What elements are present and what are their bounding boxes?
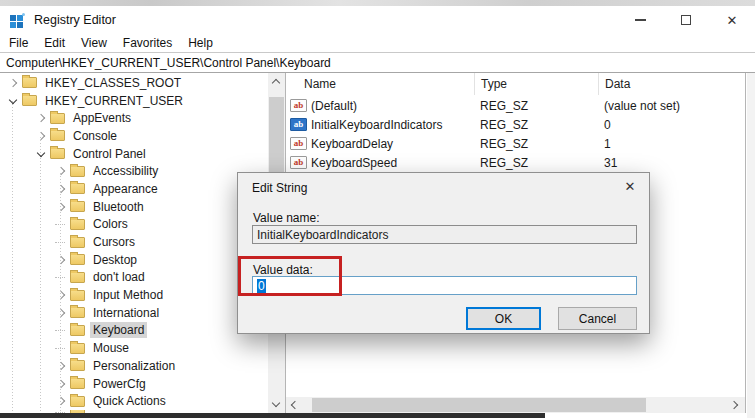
tree-item-control-panel[interactable]: Control Panel: [0, 145, 268, 163]
chevron-right-icon[interactable]: [54, 306, 68, 320]
value-row-initialkeyboardindicators[interactable]: abInitialKeyboardIndicators REG_SZ 0: [286, 115, 745, 134]
chevron-right-icon[interactable]: [54, 253, 68, 267]
list-header: Name Type Data: [286, 73, 745, 95]
folder-icon: [70, 396, 85, 407]
value-row-default[interactable]: ab(Default) REG_SZ (value not set): [286, 96, 745, 115]
tree-item-bluetooth[interactable]: Bluetooth: [0, 198, 268, 216]
folder-icon: [50, 148, 65, 159]
close-button[interactable]: ✕: [709, 6, 755, 34]
value-row-keyboarddelay[interactable]: abKeyboardDelay REG_SZ 1: [286, 134, 745, 153]
menu-bar: File Edit View Favorites Help: [0, 34, 755, 52]
chevron-right-icon[interactable]: [34, 129, 48, 143]
folder-icon: [70, 325, 85, 336]
tree-item-hkey-classes-root[interactable]: HKEY_CLASSES_ROOT: [0, 74, 268, 92]
window-controls: ✕: [617, 6, 755, 34]
maximize-icon: [681, 15, 691, 25]
tree-item-keyboard[interactable]: Keyboard: [0, 322, 268, 340]
chevron-right-icon[interactable]: [54, 377, 68, 391]
tree-panel: HKEY_CLASSES_ROOT HKEY_CURRENT_USER AppE…: [0, 73, 268, 413]
chevron-down-icon[interactable]: [34, 147, 48, 161]
tree-item-quick-actions[interactable]: Quick Actions: [0, 392, 268, 410]
edit-string-dialog: Edit String ✕ Value name: InitialKeyboar…: [237, 172, 650, 334]
chevron-down-icon[interactable]: [6, 94, 20, 108]
list-horizontal-scrollbar[interactable]: [286, 397, 745, 413]
chevron-right-icon[interactable]: [6, 76, 20, 90]
folder-icon: [22, 77, 37, 88]
leaf-connector: [54, 323, 68, 337]
window-title: Registry Editor: [34, 13, 116, 27]
menu-edit[interactable]: Edit: [36, 36, 73, 50]
menu-file[interactable]: File: [0, 36, 36, 50]
tree-item-input-method[interactable]: Input Method: [0, 286, 268, 304]
tree-item-colors[interactable]: Colors: [0, 216, 268, 234]
dialog-title: Edit String: [252, 181, 307, 195]
menu-help[interactable]: Help: [180, 36, 221, 50]
scroll-right-button[interactable]: [728, 397, 745, 413]
address-bar[interactable]: Computer\HKEY_CURRENT_USER\Control Panel…: [0, 52, 755, 73]
tree-item-cursors[interactable]: Cursors: [0, 233, 268, 251]
folder-icon: [70, 183, 85, 194]
chevron-right-icon[interactable]: [54, 200, 68, 214]
scroll-down-button[interactable]: [268, 396, 285, 413]
chevron-right-icon[interactable]: [54, 164, 68, 178]
chevron-right-icon[interactable]: [54, 394, 68, 408]
string-value-icon: ab: [290, 156, 307, 169]
registry-path: Computer\HKEY_CURRENT_USER\Control Panel…: [0, 56, 331, 70]
string-value-icon-selected: ab: [290, 118, 307, 131]
cancel-button[interactable]: Cancel: [558, 307, 637, 330]
menu-favorites[interactable]: Favorites: [115, 36, 180, 50]
leaf-connector: [54, 217, 68, 231]
column-header-type[interactable]: Type: [474, 73, 598, 95]
close-icon: ✕: [625, 179, 636, 194]
chevron-right-icon[interactable]: [34, 111, 48, 125]
string-value-icon: ab: [290, 137, 307, 150]
list-rows: ab(Default) REG_SZ (value not set) abIni…: [286, 96, 745, 172]
folder-icon: [70, 307, 85, 318]
maximize-button[interactable]: [663, 6, 709, 34]
column-header-name[interactable]: Name: [286, 73, 474, 95]
folder-icon: [22, 95, 37, 106]
menu-view[interactable]: View: [73, 36, 115, 50]
tree-rows: HKEY_CLASSES_ROOT HKEY_CURRENT_USER AppE…: [0, 74, 268, 413]
chevron-right-icon[interactable]: [54, 182, 68, 196]
ok-button[interactable]: OK: [466, 307, 541, 330]
tree-item-desktop[interactable]: Desktop: [0, 251, 268, 269]
value-name-field: InitialKeyboardIndicators: [252, 225, 637, 244]
scroll-left-button[interactable]: [286, 397, 303, 413]
arrow-down-icon: [272, 399, 280, 407]
tree-item-powercfg[interactable]: PowerCfg: [0, 375, 268, 393]
chevron-right-icon[interactable]: [54, 359, 68, 373]
close-icon: ✕: [727, 13, 738, 28]
tree-item-appearance[interactable]: Appearance: [0, 180, 268, 198]
arrow-up-icon: [272, 79, 280, 87]
chevron-right-icon[interactable]: [54, 288, 68, 302]
tree-item-appevents[interactable]: AppEvents: [0, 109, 268, 127]
tree-item-personalization[interactable]: Personalization: [0, 357, 268, 375]
tree-item-mouse[interactable]: Mouse: [0, 339, 268, 357]
folder-icon: [50, 130, 65, 141]
minimize-icon: [635, 19, 646, 21]
minimize-button[interactable]: [617, 6, 663, 34]
folder-icon: [70, 290, 85, 301]
folder-icon: [70, 360, 85, 371]
arrow-left-icon: [291, 401, 299, 409]
dialog-close-button[interactable]: ✕: [613, 173, 647, 199]
folder-icon: [70, 201, 85, 212]
scroll-up-button[interactable]: [268, 73, 285, 90]
tree-item-accessibility[interactable]: Accessibility: [0, 162, 268, 180]
registry-editor-icon: [10, 13, 25, 28]
tree-item-dont-load[interactable]: don't load: [0, 269, 268, 287]
title-bar: Registry Editor ✕: [0, 6, 755, 34]
folder-icon: [70, 166, 85, 177]
folder-icon: [70, 343, 85, 354]
tree-item-international[interactable]: International: [0, 304, 268, 322]
window-right-edge: [747, 73, 755, 418]
folder-icon: [70, 237, 85, 248]
tree-item-hkey-current-user[interactable]: HKEY_CURRENT_USER: [0, 92, 268, 110]
value-row-keyboardspeed[interactable]: abKeyboardSpeed REG_SZ 31: [286, 153, 745, 172]
tree-item-console[interactable]: Console: [0, 127, 268, 145]
list-scrollbar-thumb[interactable]: [312, 398, 646, 412]
folder-icon: [70, 378, 85, 389]
column-header-data[interactable]: Data: [598, 73, 745, 95]
leaf-connector: [54, 270, 68, 284]
